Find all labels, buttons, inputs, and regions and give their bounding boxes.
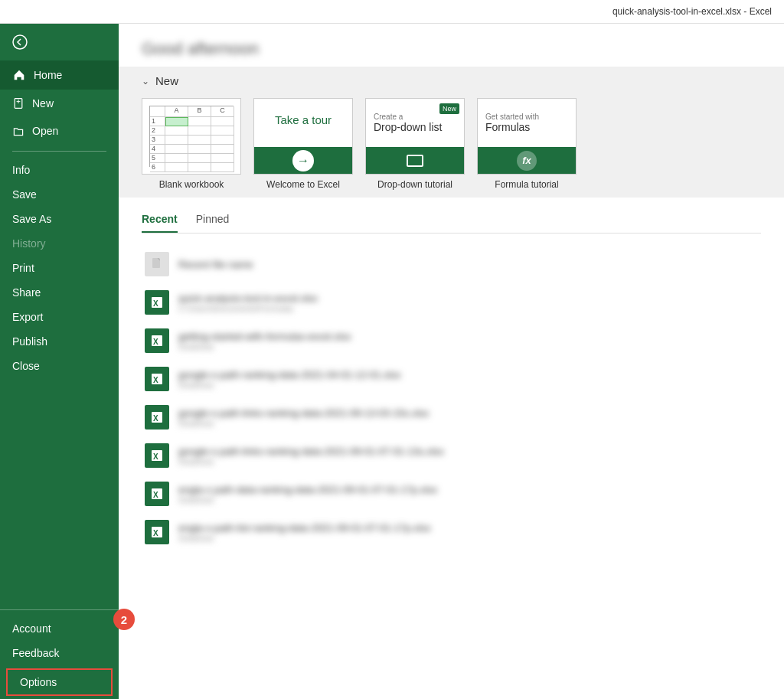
welcome-excel-thumb: Take a tour →: [253, 98, 353, 175]
sidebar-item-open[interactable]: Open: [0, 117, 119, 145]
dropdown-tutorial-label: Drop-down tutorial: [377, 179, 452, 190]
new-label: New: [32, 97, 54, 109]
dropdown-new-badge: New: [439, 103, 459, 114]
formula-title: Formulas: [485, 121, 539, 133]
monitor-icon: [407, 155, 423, 167]
sidebar-item-share[interactable]: Share: [0, 280, 119, 305]
templates-row: ABC 1 2 3 4 5 6: [142, 98, 761, 190]
welcome-inner: Take a tour →: [254, 99, 352, 174]
sidebar: Home New Open Info Save Save As History …: [0, 24, 119, 699]
recent-item-name: engla-s path-data-ranking-data-2021-09-0…: [178, 484, 437, 495]
blank-workbook-grid: ABC 1 2 3 4 5 6: [149, 106, 234, 167]
recent-item-path: OneDrive: [178, 342, 351, 351]
recent-file-icon: X: [145, 405, 169, 430]
sidebar-item-history: History: [0, 231, 119, 256]
svg-text:X: X: [153, 529, 158, 537]
recent-item[interactable]: X engla-s path-data-ranking-data-2021-09…: [142, 475, 761, 512]
recent-file-icon: X: [145, 328, 169, 353]
recent-item[interactable]: X engla-s-path-list-ranking-data-2021-09…: [142, 514, 761, 550]
template-blank-workbook[interactable]: ABC 1 2 3 4 5 6: [142, 98, 241, 190]
arrow-circle: →: [292, 150, 314, 171]
tab-pinned[interactable]: Pinned: [196, 213, 230, 233]
excel-icon: X: [150, 410, 164, 424]
formula-tutorial-thumb: Get started with Formulas fx: [477, 98, 577, 175]
new-section-title: New: [155, 74, 178, 87]
template-welcome-excel[interactable]: Take a tour → Welcome to Excel: [253, 98, 353, 190]
main-layout: Home New Open Info Save Save As History …: [0, 24, 784, 699]
recent-item-path: OneDrive: [178, 457, 444, 466]
back-button[interactable]: [0, 24, 119, 60]
svg-text:X: X: [153, 452, 158, 461]
sidebar-item-account[interactable]: Account: [0, 616, 119, 641]
dropdown-bar: [366, 147, 464, 174]
dropdown-inner: New Create a Drop-down list: [366, 99, 464, 174]
recent-file-icon: X: [145, 367, 169, 391]
fx-icon: fx: [517, 151, 537, 171]
collapse-chevron[interactable]: ⌄: [142, 76, 149, 87]
new-section-header: ⌄ New: [142, 74, 761, 87]
title-text: quick-analysis-tool-in-excel.xlsx - Exce…: [612, 6, 772, 17]
sidebar-item-saveas[interactable]: Save As: [0, 207, 119, 231]
svg-text:X: X: [153, 299, 158, 308]
content-area: Good afternoon ⌄ New ABC 1: [119, 24, 784, 699]
content-header: Good afternoon: [119, 24, 784, 67]
template-dropdown-tutorial[interactable]: New Create a Drop-down list Drop-down tu…: [365, 98, 465, 190]
recent-section: Recent Pinned Recent file name X: [119, 198, 784, 699]
recent-item-path: OneDrive: [178, 419, 429, 428]
recent-item-path: C:\Users\Documents\Formulas: [178, 304, 318, 313]
recent-item-name: engla-s-path-list-ranking-data-2021-09-0…: [178, 522, 431, 534]
title-bar: quick-analysis-tool-in-excel.xlsx - Exce…: [0, 0, 784, 24]
open-icon: [12, 125, 24, 137]
sidebar-item-options[interactable]: Options: [6, 668, 113, 696]
sidebar-item-info[interactable]: Info: [0, 158, 119, 182]
recent-item[interactable]: X google-s-path-ranking-data-2021-04-01-…: [142, 361, 761, 397]
recent-file-icon: X: [145, 443, 169, 468]
sidebar-bottom: Account Feedback Options: [0, 609, 119, 699]
excel-icon: X: [150, 525, 164, 539]
recent-item[interactable]: X getting-started-with-formulas-excel.xl…: [142, 322, 761, 359]
recent-item-name: quick-analysis-tool-in-excel.xlsx: [178, 292, 318, 304]
open-label: Open: [32, 125, 58, 137]
recent-list: Recent file name X quick-analysis-tool-i…: [142, 246, 761, 550]
sidebar-divider-1: [12, 151, 106, 152]
dropdown-title: Drop-down list: [374, 121, 442, 133]
tabs-row: Recent Pinned: [142, 213, 761, 234]
formula-tutorial-label: Formula tutorial: [495, 179, 558, 190]
recent-item[interactable]: X google-s-path-links-ranking-data-2021-…: [142, 437, 761, 474]
home-label: Home: [34, 69, 62, 81]
sidebar-item-print[interactable]: Print: [0, 256, 119, 280]
recent-item-name: google-s-path-links-ranking-data-2021-09…: [178, 407, 429, 419]
recent-item-info: google-s-path-links-ranking-data-2021-09…: [178, 407, 429, 428]
svg-point-0: [13, 35, 27, 49]
excel-icon: X: [150, 372, 164, 386]
svg-text:X: X: [153, 414, 158, 423]
excel-icon: X: [150, 487, 164, 501]
template-formula-tutorial[interactable]: Get started with Formulas fx Formula tut…: [477, 98, 577, 190]
recent-item-name: Recent file name: [178, 259, 253, 270]
formula-inner: Get started with Formulas fx: [478, 99, 576, 174]
recent-item-info: getting-started-with-formulas-excel.xlsx…: [178, 331, 351, 351]
recent-file-icon: [145, 252, 169, 276]
sidebar-item-new[interactable]: New: [0, 90, 119, 117]
sidebar-item-publish[interactable]: Publish: [0, 329, 119, 354]
recent-item-name: google-s-path-ranking-data-2021-04-01-12…: [178, 369, 401, 381]
sidebar-item-feedback[interactable]: Feedback: [0, 641, 119, 665]
recent-item[interactable]: X quick-analysis-tool-in-excel.xlsx C:\U…: [142, 284, 761, 321]
sidebar-item-export[interactable]: Export: [0, 305, 119, 329]
tab-recent[interactable]: Recent: [142, 213, 178, 233]
sidebar-item-home[interactable]: Home: [0, 60, 119, 90]
formula-content: Get started with Formulas: [478, 99, 547, 147]
sidebar-item-save[interactable]: Save: [0, 182, 119, 207]
recent-item-name: getting-started-with-formulas-excel.xlsx: [178, 331, 351, 342]
formula-subtitle: Get started with: [485, 113, 539, 121]
excel-icon: X: [150, 449, 164, 462]
welcome-excel-label: Welcome to Excel: [266, 179, 340, 190]
file-icon: [150, 257, 164, 271]
recent-item[interactable]: X google-s-path-links-ranking-data-2021-…: [142, 399, 761, 436]
recent-item[interactable]: Recent file name: [142, 246, 761, 283]
recent-item-info: quick-analysis-tool-in-excel.xlsx C:\Use…: [178, 292, 318, 313]
recent-item-info: engla-s path-data-ranking-data-2021-09-0…: [178, 484, 437, 505]
recent-item-path: OneDrive: [178, 495, 437, 505]
recent-item-name: google-s-path-links-ranking-data-2021-09…: [178, 446, 444, 457]
sidebar-item-close[interactable]: Close: [0, 354, 119, 378]
